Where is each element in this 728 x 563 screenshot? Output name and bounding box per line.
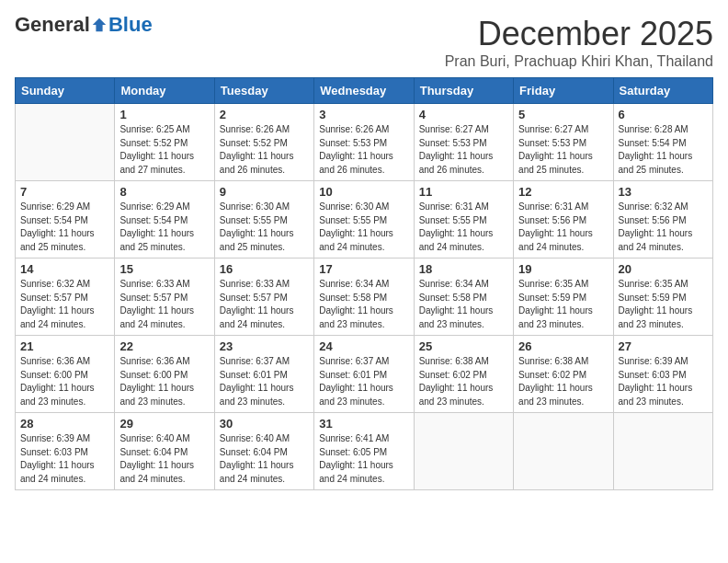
calendar-week-row: 28Sunrise: 6:39 AMSunset: 6:03 PMDayligh… [16, 413, 713, 490]
cell-info: Sunrise: 6:29 AMSunset: 5:54 PMDaylight:… [119, 201, 209, 254]
cell-info: Sunrise: 6:37 AMSunset: 6:01 PMDaylight:… [319, 355, 408, 408]
cell-info: Sunrise: 6:31 AMSunset: 5:55 PMDaylight:… [419, 201, 508, 254]
calendar-cell: 23Sunrise: 6:37 AMSunset: 6:01 PMDayligh… [214, 336, 313, 413]
cell-info: Sunrise: 6:34 AMSunset: 5:58 PMDaylight:… [419, 278, 508, 331]
title-block: December 2025 Pran Buri, Prachuap Khiri … [445, 15, 713, 70]
calendar-cell: 28Sunrise: 6:39 AMSunset: 6:03 PMDayligh… [16, 413, 115, 490]
calendar-cell: 1Sunrise: 6:25 AMSunset: 5:52 PMDaylight… [115, 104, 214, 181]
logo: General Blue [15, 15, 153, 35]
calendar-cell: 10Sunrise: 6:30 AMSunset: 5:55 PMDayligh… [314, 181, 414, 259]
header-monday: Monday [115, 78, 214, 104]
day-number: 13 [619, 185, 708, 199]
day-number: 20 [619, 262, 708, 276]
calendar-cell: 4Sunrise: 6:27 AMSunset: 5:53 PMDaylight… [414, 104, 513, 181]
day-number: 22 [119, 339, 209, 353]
calendar-cell: 29Sunrise: 6:40 AMSunset: 6:04 PMDayligh… [115, 413, 214, 490]
header-tuesday: Tuesday [214, 78, 313, 104]
cell-info: Sunrise: 6:27 AMSunset: 5:53 PMDaylight:… [419, 123, 508, 177]
day-number: 26 [518, 339, 608, 353]
cell-info: Sunrise: 6:28 AMSunset: 5:54 PMDaylight:… [619, 123, 708, 177]
calendar-cell: 12Sunrise: 6:31 AMSunset: 5:56 PMDayligh… [514, 181, 613, 259]
calendar-cell [414, 413, 513, 490]
cell-info: Sunrise: 6:29 AMSunset: 5:54 PMDaylight:… [20, 201, 109, 254]
day-number: 24 [319, 339, 408, 353]
day-number: 30 [220, 417, 309, 431]
day-number: 19 [518, 262, 608, 276]
calendar-cell: 5Sunrise: 6:27 AMSunset: 5:53 PMDaylight… [514, 104, 613, 181]
calendar-cell: 31Sunrise: 6:41 AMSunset: 6:05 PMDayligh… [314, 413, 414, 490]
calendar-header-row: SundayMondayTuesdayWednesdayThursdayFrid… [16, 78, 713, 104]
page-header: General Blue December 2025 Pran Buri, Pr… [15, 15, 713, 70]
calendar-cell: 27Sunrise: 6:39 AMSunset: 6:03 PMDayligh… [613, 336, 712, 413]
calendar-cell: 7Sunrise: 6:29 AMSunset: 5:54 PMDaylight… [16, 181, 115, 259]
cell-info: Sunrise: 6:35 AMSunset: 5:59 PMDaylight:… [619, 278, 708, 331]
header-thursday: Thursday [414, 78, 513, 104]
day-number: 17 [319, 262, 408, 276]
day-number: 16 [220, 262, 309, 276]
calendar-cell [514, 413, 613, 490]
calendar-cell: 19Sunrise: 6:35 AMSunset: 5:59 PMDayligh… [514, 259, 613, 336]
day-number: 1 [119, 108, 209, 121]
day-number: 11 [419, 185, 508, 199]
header-wednesday: Wednesday [314, 78, 414, 104]
cell-info: Sunrise: 6:38 AMSunset: 6:02 PMDaylight:… [419, 355, 508, 408]
day-number: 2 [220, 108, 309, 121]
calendar-cell: 13Sunrise: 6:32 AMSunset: 5:56 PMDayligh… [613, 181, 712, 259]
day-number: 4 [419, 108, 508, 121]
day-number: 12 [518, 185, 608, 199]
cell-info: Sunrise: 6:33 AMSunset: 5:57 PMDaylight:… [220, 278, 309, 331]
calendar-week-row: 1Sunrise: 6:25 AMSunset: 5:52 PMDaylight… [16, 104, 713, 181]
cell-info: Sunrise: 6:34 AMSunset: 5:58 PMDaylight:… [319, 278, 408, 331]
cell-info: Sunrise: 6:30 AMSunset: 5:55 PMDaylight:… [220, 201, 309, 254]
cell-info: Sunrise: 6:38 AMSunset: 6:02 PMDaylight:… [518, 355, 608, 408]
svg-marker-0 [93, 18, 106, 31]
day-number: 10 [319, 185, 408, 199]
calendar-cell: 11Sunrise: 6:31 AMSunset: 5:55 PMDayligh… [414, 181, 513, 259]
day-number: 9 [220, 185, 309, 199]
logo-blue: Blue [108, 15, 153, 35]
cell-info: Sunrise: 6:26 AMSunset: 5:52 PMDaylight:… [220, 123, 309, 177]
day-number: 6 [619, 108, 708, 121]
day-number: 29 [119, 417, 209, 431]
cell-info: Sunrise: 6:36 AMSunset: 6:00 PMDaylight:… [119, 355, 209, 408]
cell-info: Sunrise: 6:30 AMSunset: 5:55 PMDaylight:… [319, 201, 408, 254]
cell-info: Sunrise: 6:33 AMSunset: 5:57 PMDaylight:… [119, 278, 209, 331]
day-number: 8 [119, 185, 209, 199]
calendar-cell: 21Sunrise: 6:36 AMSunset: 6:00 PMDayligh… [16, 336, 115, 413]
calendar-cell: 17Sunrise: 6:34 AMSunset: 5:58 PMDayligh… [314, 259, 414, 336]
calendar-cell: 30Sunrise: 6:40 AMSunset: 6:04 PMDayligh… [214, 413, 313, 490]
calendar-cell: 24Sunrise: 6:37 AMSunset: 6:01 PMDayligh… [314, 336, 414, 413]
cell-info: Sunrise: 6:37 AMSunset: 6:01 PMDaylight:… [220, 355, 309, 408]
cell-info: Sunrise: 6:32 AMSunset: 5:57 PMDaylight:… [20, 278, 109, 331]
day-number: 25 [419, 339, 508, 353]
cell-info: Sunrise: 6:41 AMSunset: 6:05 PMDaylight:… [319, 432, 408, 486]
calendar-week-row: 14Sunrise: 6:32 AMSunset: 5:57 PMDayligh… [16, 259, 713, 336]
calendar-week-row: 21Sunrise: 6:36 AMSunset: 6:00 PMDayligh… [16, 336, 713, 413]
calendar-cell: 16Sunrise: 6:33 AMSunset: 5:57 PMDayligh… [214, 259, 313, 336]
calendar-cell: 9Sunrise: 6:30 AMSunset: 5:55 PMDaylight… [214, 181, 313, 259]
calendar-cell: 18Sunrise: 6:34 AMSunset: 5:58 PMDayligh… [414, 259, 513, 336]
calendar-cell: 25Sunrise: 6:38 AMSunset: 6:02 PMDayligh… [414, 336, 513, 413]
day-number: 7 [20, 185, 109, 199]
logo-general: General [15, 15, 90, 35]
calendar-cell: 2Sunrise: 6:26 AMSunset: 5:52 PMDaylight… [214, 104, 313, 181]
day-number: 18 [419, 262, 508, 276]
day-number: 3 [319, 108, 408, 121]
cell-info: Sunrise: 6:26 AMSunset: 5:53 PMDaylight:… [319, 123, 408, 177]
cell-info: Sunrise: 6:27 AMSunset: 5:53 PMDaylight:… [518, 123, 608, 177]
calendar-cell: 22Sunrise: 6:36 AMSunset: 6:00 PMDayligh… [115, 336, 214, 413]
day-number: 31 [319, 417, 408, 431]
calendar-cell: 8Sunrise: 6:29 AMSunset: 5:54 PMDaylight… [115, 181, 214, 259]
month-title: December 2025 [445, 15, 713, 53]
day-number: 27 [619, 339, 708, 353]
calendar-cell: 15Sunrise: 6:33 AMSunset: 5:57 PMDayligh… [115, 259, 214, 336]
calendar-cell: 14Sunrise: 6:32 AMSunset: 5:57 PMDayligh… [16, 259, 115, 336]
day-number: 15 [119, 262, 209, 276]
day-number: 5 [518, 108, 608, 121]
cell-info: Sunrise: 6:39 AMSunset: 6:03 PMDaylight:… [619, 355, 708, 408]
cell-info: Sunrise: 6:36 AMSunset: 6:00 PMDaylight:… [20, 355, 109, 408]
calendar-cell: 3Sunrise: 6:26 AMSunset: 5:53 PMDaylight… [314, 104, 414, 181]
header-friday: Friday [514, 78, 613, 104]
header-saturday: Saturday [613, 78, 712, 104]
cell-info: Sunrise: 6:40 AMSunset: 6:04 PMDaylight:… [119, 432, 209, 486]
